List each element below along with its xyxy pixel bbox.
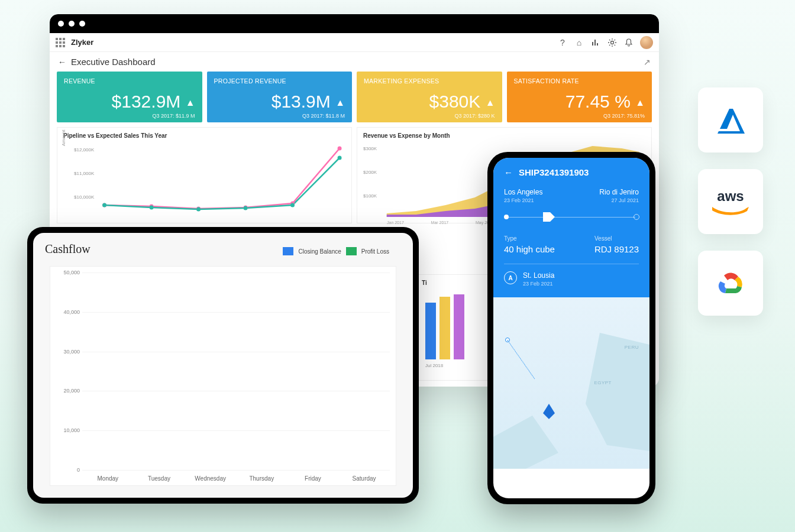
y-tick-label: 40,000 <box>53 309 80 315</box>
phone-screen: ← SHIP3241391903 Los Angeles 23 Feb 2021… <box>493 158 649 498</box>
y-tick-label: 0 <box>53 467 80 473</box>
progress-end-icon <box>634 214 639 220</box>
svg-point-11 <box>290 203 295 207</box>
chart-title: Revenue vs Expense by Month <box>363 132 645 139</box>
aws-chip[interactable]: aws <box>698 169 763 234</box>
window-titlebar <box>50 14 659 33</box>
svg-point-9 <box>196 207 201 212</box>
svg-point-12 <box>338 156 342 160</box>
kpi-footnote: Q3 2017: 75.81% <box>514 113 645 119</box>
legend-label-closing: Closing Balance <box>298 248 341 255</box>
kpi-footnote: Q3 2017: $11.9 M <box>64 113 195 119</box>
cashflow-legend: Closing Balance Profit Loss <box>283 247 389 255</box>
shipment-progress <box>504 210 639 223</box>
trend-up-icon: ▲ <box>186 98 195 108</box>
x-tick-label: Monday <box>90 475 125 482</box>
cloud-chips: aws <box>698 87 763 316</box>
external-link-icon[interactable]: ↗ <box>644 57 651 67</box>
from-city: Los Angeles <box>504 188 542 196</box>
bell-icon[interactable] <box>623 37 634 48</box>
ship-position-icon <box>542 211 556 223</box>
kpi-value: $13.9M <box>272 92 331 111</box>
back-arrow-icon[interactable]: ← <box>58 57 66 67</box>
vessel-label: Vessel <box>594 235 639 242</box>
x-tick-label: Saturday <box>347 475 382 482</box>
kpi-projected-revenue[interactable]: PROJECTED REVENUE $13.9M ▲ Q3 2017: $11.… <box>207 72 353 122</box>
kpi-row: REVENUE $132.9M ▲ Q3 2017: $11.9 M PROJE… <box>50 72 659 127</box>
kpi-label: PROJECTED REVENUE <box>214 77 345 85</box>
help-icon[interactable]: ? <box>557 37 568 48</box>
stop-badge: A <box>504 271 517 284</box>
kpi-value: $132.9M <box>112 92 181 111</box>
kpi-revenue[interactable]: REVENUE $132.9M ▲ Q3 2017: $11.9 M <box>57 72 202 122</box>
y-axis-label: Amount <box>61 129 66 146</box>
chart-title: Pipeline vs Expected Sales This Year <box>63 132 345 139</box>
kpi-satisfaction-rate[interactable]: SATISFACTION RATE 77.45 % ▲ Q3 2017: 75.… <box>507 72 652 122</box>
pipeline-chart-card[interactable]: Pipeline vs Expected Sales This Year Amo… <box>57 127 352 223</box>
svg-point-0 <box>611 41 614 44</box>
vessel-value: RDJ 89123 <box>594 244 639 254</box>
y-tick-label: 50,000 <box>53 270 80 275</box>
kpi-label: MARKETING EXPENSES <box>364 77 495 85</box>
apps-grid-icon[interactable] <box>56 38 65 47</box>
cashflow-chart: MondayTuesdayWednesdayThursdayFridaySatu… <box>50 266 396 486</box>
legend-swatch-profit <box>346 247 357 255</box>
kpi-value: $380K <box>429 92 481 111</box>
home-icon[interactable]: ⌂ <box>574 37 584 48</box>
x-tick-label: Friday <box>295 475 331 482</box>
legend-label-profit: Profit Loss <box>361 248 389 255</box>
tablet-device: Cashflow Closing Balance Profit Loss Mon… <box>27 227 419 504</box>
shipment-id: SHIP3241391903 <box>519 167 589 177</box>
kpi-marketing-expenses[interactable]: MARKETING EXPENSES $380K ▲ Q3 2017: $280… <box>357 72 502 122</box>
back-arrow-icon[interactable]: ← <box>504 167 513 177</box>
kpi-value: 77.45 % <box>565 92 631 111</box>
page-header: ← Executive Dashboard ↗ <box>50 52 659 72</box>
to-date: 27 Jul 2021 <box>599 197 639 203</box>
x-tick-label: Tuesday <box>141 475 177 482</box>
y-tick-label: 30,000 <box>53 349 80 355</box>
legend-swatch-closing <box>283 247 293 255</box>
shipment-card: ← SHIP3241391903 Los Angeles 23 Feb 2021… <box>493 158 649 297</box>
progress-start-icon <box>504 215 509 219</box>
gear-icon[interactable] <box>607 37 618 48</box>
avatar[interactable] <box>640 36 653 49</box>
stop-date: 23 Feb 2021 <box>523 281 554 287</box>
svg-point-10 <box>244 206 248 210</box>
aws-logo-text: aws <box>717 188 744 205</box>
type-label: Type <box>504 235 555 242</box>
y-tick-label: 10,000 <box>53 427 80 433</box>
map-label-peru: PERU <box>625 345 639 350</box>
aws-swoosh-icon <box>710 205 751 215</box>
azure-icon <box>713 105 748 135</box>
kpi-label: REVENUE <box>64 77 195 85</box>
x-tick-label: Wednesday <box>193 475 228 482</box>
to-city: Rio di Jeniro <box>599 188 639 196</box>
azure-chip[interactable] <box>698 87 763 153</box>
pipeline-chart: Amount $12,000K $11,000K $10,000K <box>63 141 345 218</box>
map-route-icon <box>508 340 535 379</box>
type-value: 40 high cube <box>504 244 555 254</box>
gcp-icon <box>712 268 749 298</box>
window-dot[interactable] <box>58 21 64 27</box>
stop-city: St. Lousia <box>523 271 554 280</box>
trend-up-icon: ▲ <box>486 98 495 108</box>
window-dot[interactable] <box>69 21 75 27</box>
kpi-label: SATISFACTION RATE <box>514 77 645 85</box>
shipment-map[interactable]: PERU EGYPT <box>493 297 649 469</box>
map-label-egypt: EGYPT <box>594 380 612 385</box>
brand-name: Zlyker <box>71 38 93 47</box>
svg-point-8 <box>150 206 154 210</box>
kpi-footnote: Q3 2017: $11.8 M <box>214 113 345 119</box>
tablet-screen: Cashflow Closing Balance Profit Loss Mon… <box>33 233 413 498</box>
phone-device: ← SHIP3241391903 Los Angeles 23 Feb 2021… <box>487 152 655 504</box>
trend-up-icon: ▲ <box>635 98 645 108</box>
analytics-icon[interactable] <box>590 37 601 48</box>
window-dot[interactable] <box>79 21 85 27</box>
kpi-footnote: Q3 2017: $280 K <box>364 113 495 119</box>
x-tick-label: Thursday <box>244 475 279 482</box>
map-vessel-icon <box>541 403 557 423</box>
from-date: 23 Feb 2021 <box>504 197 542 203</box>
trend-up-icon: ▲ <box>335 98 345 108</box>
y-tick-label: 20,000 <box>53 388 80 394</box>
gcp-chip[interactable] <box>698 251 763 316</box>
